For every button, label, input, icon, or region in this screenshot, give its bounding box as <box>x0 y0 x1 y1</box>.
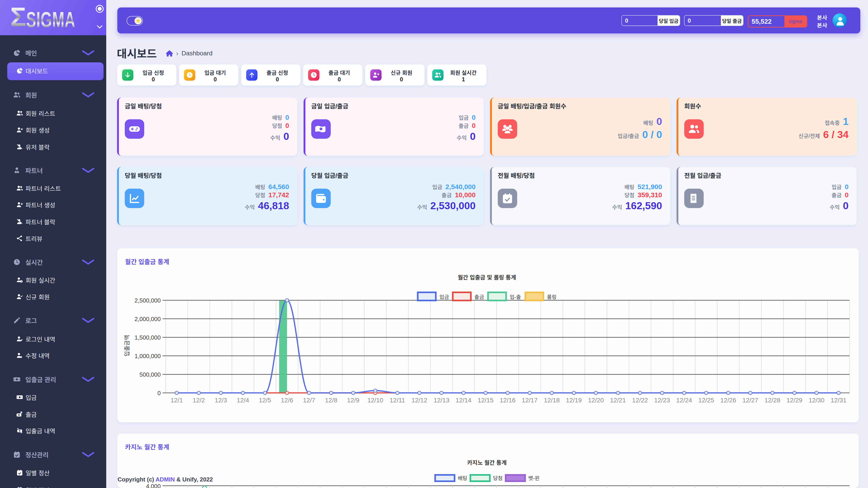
svg-text:12/15: 12/15 <box>477 397 493 404</box>
svg-text:당첨: 당첨 <box>493 475 502 481</box>
svg-text:롤링: 롤링 <box>547 294 557 300</box>
svg-text:4,000: 4,000 <box>146 483 161 488</box>
svg-text:12/13: 12/13 <box>434 397 450 404</box>
svg-text:12/23: 12/23 <box>654 397 670 404</box>
svg-text:12/4: 12/4 <box>237 397 249 404</box>
svg-text:입출금액: 입출금액 <box>124 335 130 357</box>
svg-text:12/18: 12/18 <box>544 397 560 404</box>
svg-text:12/17: 12/17 <box>522 397 537 404</box>
svg-text:출금: 출금 <box>474 294 484 300</box>
svg-text:12/8: 12/8 <box>325 397 338 404</box>
svg-text:1,500,000: 1,500,000 <box>134 334 161 341</box>
svg-text:12/9: 12/9 <box>347 397 360 404</box>
svg-text:12/30: 12/30 <box>809 397 825 404</box>
svg-text:12/22: 12/22 <box>632 397 648 404</box>
svg-text:12/16: 12/16 <box>500 397 516 404</box>
svg-text:12/12: 12/12 <box>411 397 427 404</box>
svg-text:12/20: 12/20 <box>588 397 604 404</box>
svg-text:입-출: 입-출 <box>510 294 521 300</box>
svg-text:12/26: 12/26 <box>720 397 736 404</box>
svg-text:뱃-윈: 뱃-윈 <box>528 475 539 481</box>
svg-text:12/11: 12/11 <box>390 397 405 404</box>
svg-text:12/31: 12/31 <box>831 397 846 404</box>
svg-text:월간 입출금 및 롤링 통계: 월간 입출금 및 롤링 통계 <box>458 274 516 281</box>
svg-text:12/5: 12/5 <box>259 397 271 404</box>
svg-text:2,500,000: 2,500,000 <box>134 297 161 304</box>
svg-text:1,000,000: 1,000,000 <box>134 353 161 359</box>
svg-text:카지노 월간 통계: 카지노 월간 통계 <box>467 459 507 466</box>
svg-text:12/28: 12/28 <box>765 397 780 404</box>
svg-text:12/1: 12/1 <box>170 397 183 404</box>
svg-text:12/2: 12/2 <box>193 397 205 404</box>
svg-text:배팅: 배팅 <box>458 475 467 481</box>
svg-text:12/21: 12/21 <box>610 397 626 404</box>
svg-text:12/10: 12/10 <box>367 397 383 404</box>
svg-text:12/29: 12/29 <box>786 397 802 404</box>
svg-text:12/25: 12/25 <box>698 397 714 404</box>
svg-text:12/14: 12/14 <box>456 397 471 404</box>
svg-text:0: 0 <box>158 390 161 396</box>
svg-text:12/3: 12/3 <box>215 397 227 404</box>
svg-text:500,000: 500,000 <box>140 371 161 378</box>
svg-text:2,000,000: 2,000,000 <box>134 316 161 322</box>
svg-text:12/6: 12/6 <box>281 397 293 404</box>
svg-text:12/24: 12/24 <box>676 397 692 404</box>
svg-text:입금: 입금 <box>439 294 449 300</box>
svg-text:12/27: 12/27 <box>742 397 758 404</box>
svg-text:12/7: 12/7 <box>303 397 315 404</box>
svg-text:12/19: 12/19 <box>566 397 582 404</box>
